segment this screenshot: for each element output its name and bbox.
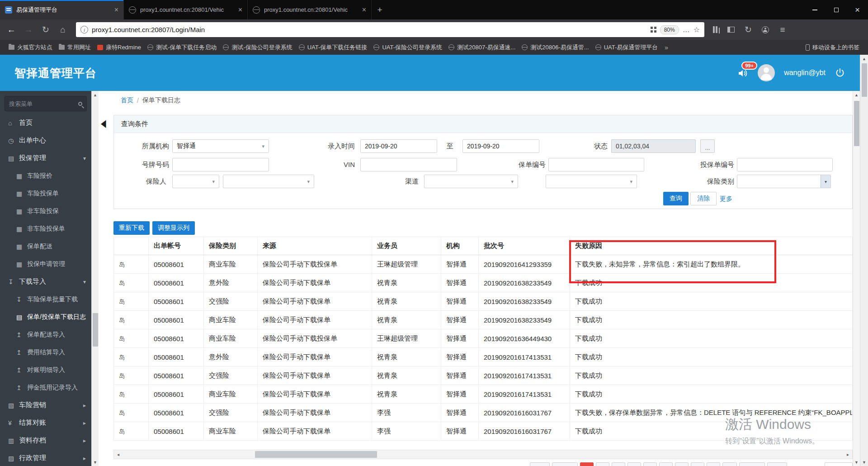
search-button[interactable]: 查询 bbox=[663, 192, 689, 205]
sidebar-item[interactable]: ↥ 保单配送导入 bbox=[0, 326, 91, 343]
bookmark-item[interactable]: 常用网址 bbox=[56, 42, 94, 53]
sidebar-collapse-icon[interactable]: ◀ bbox=[101, 117, 106, 129]
sidebar-item[interactable]: ▥ 资料存档 ▸ bbox=[0, 432, 91, 449]
sidebar-item[interactable]: ◷ 出单中心 bbox=[0, 132, 91, 149]
page-button[interactable]: 3 bbox=[612, 462, 625, 466]
bookmark-star-icon[interactable]: ☆ bbox=[693, 25, 700, 34]
scroll-left-icon[interactable]: ◂ bbox=[114, 450, 123, 459]
insurer-select-1[interactable]: ▾ bbox=[172, 175, 219, 188]
page-button[interactable]: 10 bbox=[722, 462, 737, 466]
row-detail-icon[interactable]: 岛 bbox=[119, 354, 125, 361]
sidebar-item[interactable]: ↧ 车险保单批量下载 bbox=[0, 290, 91, 308]
row-detail-icon[interactable]: 岛 bbox=[119, 280, 125, 286]
page-button[interactable]: 2 bbox=[596, 462, 609, 466]
sidebar-toggle-icon[interactable] bbox=[723, 23, 739, 37]
sidebar-item[interactable]: ▦ 非车险投保单 bbox=[0, 220, 91, 238]
site-info-icon[interactable]: i bbox=[80, 26, 88, 33]
vin-input[interactable] bbox=[360, 158, 457, 171]
sidebar-item[interactable]: ↥ 押金抵用记录导入 bbox=[0, 379, 91, 396]
page-button[interactable]: 8 bbox=[691, 462, 704, 466]
channel-select-1[interactable]: ▾ bbox=[424, 175, 518, 188]
policy-no-input[interactable] bbox=[548, 158, 644, 171]
sidebar-item[interactable]: ▤ 投保管理 ▾ bbox=[0, 149, 91, 167]
sync-icon[interactable]: ↻ bbox=[741, 23, 756, 37]
scroll-up-icon[interactable]: ▲ bbox=[860, 55, 868, 62]
sidebar-search[interactable] bbox=[5, 96, 87, 111]
content-scrollbar-thumb[interactable] bbox=[854, 101, 859, 146]
more-link[interactable]: 更多 bbox=[720, 195, 732, 203]
org-select[interactable]: 智择通 ▾ bbox=[172, 139, 269, 153]
browser-tab[interactable]: 易保通管理平台 × bbox=[0, 0, 124, 19]
bookmark-item[interactable]: UAT-保险公司登录系统 bbox=[370, 42, 445, 53]
sidebar-item[interactable]: ↥ 对账明细导入 bbox=[0, 361, 91, 379]
insurance-type-select[interactable]: ▾ bbox=[737, 175, 831, 188]
page-button[interactable]: 尾页 bbox=[767, 462, 787, 466]
proposal-no-input[interactable] bbox=[737, 158, 833, 171]
window-maximize-button[interactable] bbox=[826, 0, 847, 19]
content-scrollbar[interactable]: ▲ ▼ bbox=[853, 91, 860, 466]
bookmark-item[interactable]: 康特Redmine bbox=[94, 42, 144, 53]
scroll-right-icon[interactable]: ▸ bbox=[844, 450, 852, 459]
scroll-down-icon[interactable]: ▼ bbox=[853, 458, 860, 466]
bookmarks-overflow-icon[interactable]: » bbox=[662, 44, 671, 51]
plate-input[interactable] bbox=[172, 158, 269, 171]
row-detail-icon[interactable]: 岛 bbox=[119, 391, 125, 398]
row-detail-icon[interactable]: 岛 bbox=[119, 372, 125, 379]
redownload-button[interactable]: 重新下载 bbox=[113, 221, 150, 235]
status-input[interactable]: 01,02,03,04 bbox=[611, 139, 696, 153]
sidebar-item[interactable]: ▦ 非车险投保 bbox=[0, 202, 91, 220]
sidebar-scrollbar[interactable]: ▲ ▼ bbox=[91, 91, 99, 466]
bookmark-item[interactable]: UAT-易保通管理平台 bbox=[592, 42, 661, 53]
horizontal-scrollbar[interactable]: ◂ ▸ bbox=[113, 450, 853, 459]
sidebar-item[interactable]: ↥ 费用结算导入 bbox=[0, 343, 91, 361]
browser-scrollbar-thumb[interactable] bbox=[862, 63, 867, 97]
forward-button[interactable]: → bbox=[21, 23, 36, 37]
mobile-bookmarks[interactable]: 移动设备上的书签 bbox=[802, 42, 863, 53]
insurer-select-2[interactable]: ▾ bbox=[223, 175, 314, 188]
bookmark-item[interactable]: 测试-保单下载任务启动 bbox=[144, 42, 220, 53]
qr-scan-icon[interactable] bbox=[651, 27, 656, 33]
bookmark-item[interactable]: 测试20806-易保通管... bbox=[519, 42, 592, 53]
page-button[interactable]: 上一页 bbox=[552, 462, 578, 466]
page-button[interactable]: 6 bbox=[659, 462, 673, 466]
bookmark-item[interactable]: 测试20807-易保通速... bbox=[445, 42, 519, 53]
sidebar-item[interactable]: ⌂ 首页 bbox=[0, 114, 91, 132]
breadcrumb-home-link[interactable]: 首页 bbox=[121, 96, 133, 105]
window-close-button[interactable]: × bbox=[847, 0, 868, 19]
page-button[interactable]: 1 bbox=[580, 462, 594, 466]
page-button[interactable]: 4 bbox=[627, 462, 641, 466]
sidebar-item[interactable]: ¥ 结算对账 ▸ bbox=[0, 414, 91, 432]
window-minimize-button[interactable] bbox=[804, 0, 826, 19]
row-detail-icon[interactable]: 岛 bbox=[119, 335, 125, 342]
page-button[interactable]: 7 bbox=[675, 462, 689, 466]
status-picker-button[interactable]: ... bbox=[700, 139, 715, 153]
sidebar-item[interactable]: ↧ 下载导入 ▾ bbox=[0, 273, 91, 290]
sidebar-item[interactable]: ▤ 保单/投保单下载日志 bbox=[0, 308, 91, 326]
account-icon[interactable] bbox=[758, 23, 773, 37]
avatar[interactable] bbox=[758, 64, 775, 81]
sidebar-search-input[interactable] bbox=[9, 100, 78, 107]
row-detail-icon[interactable]: 岛 bbox=[119, 261, 125, 268]
sidebar-item[interactable]: ▦ 车险投保单 bbox=[0, 185, 91, 202]
row-detail-icon[interactable]: 岛 bbox=[119, 298, 125, 305]
tab-close-icon[interactable]: × bbox=[238, 6, 242, 14]
sidebar-item[interactable]: ▨ 行政管理 ▸ bbox=[0, 449, 91, 466]
browser-scrollbar[interactable]: ▲ ▼ bbox=[860, 55, 868, 466]
horizontal-scrollbar-thumb[interactable] bbox=[255, 451, 377, 458]
page-button[interactable]: 5 bbox=[643, 462, 657, 466]
scroll-up-icon[interactable]: ▲ bbox=[853, 91, 860, 99]
sidebar-scrollbar-thumb[interactable] bbox=[93, 313, 98, 347]
row-detail-icon[interactable]: 岛 bbox=[119, 409, 125, 416]
bookmark-item[interactable]: 火狐官方站点 bbox=[5, 42, 56, 53]
browser-tab[interactable]: proxy1.countnet.cn:20801/Vehic × bbox=[248, 0, 372, 19]
row-detail-icon[interactable]: 岛 bbox=[119, 428, 125, 435]
library-icon[interactable] bbox=[706, 23, 722, 37]
new-tab-button[interactable]: + bbox=[372, 0, 388, 19]
date-from-input[interactable]: 2019-09-20 bbox=[360, 139, 437, 153]
zoom-level-badge[interactable]: 80% bbox=[660, 25, 679, 34]
page-button[interactable]: 首页 bbox=[530, 462, 550, 466]
scroll-down-icon[interactable]: ▼ bbox=[92, 458, 99, 466]
adjust-columns-button[interactable]: 调整显示列 bbox=[152, 221, 195, 235]
tab-close-icon[interactable]: × bbox=[114, 6, 118, 14]
scroll-up-icon[interactable]: ▲ bbox=[92, 91, 99, 99]
